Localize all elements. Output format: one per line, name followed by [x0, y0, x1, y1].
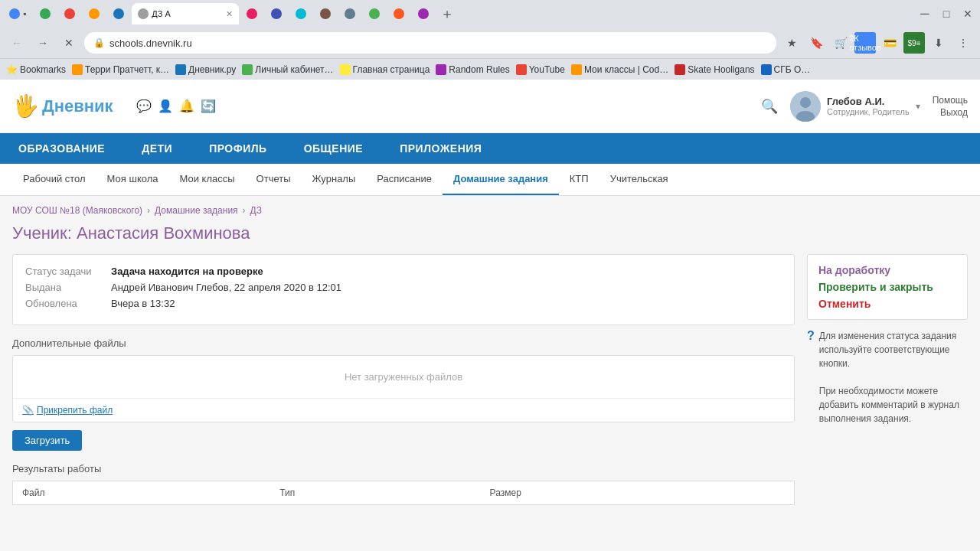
subnav-desktop[interactable]: Рабочий стол [12, 164, 96, 195]
address-text: schools.dnevnik.ru [109, 37, 767, 49]
subnav-schedule[interactable]: Расписание [366, 164, 443, 195]
breadcrumb-dz[interactable]: ДЗ [250, 205, 262, 216]
status-label: Статус задачи [25, 266, 102, 277]
attach-label: Прикрепить файл [37, 405, 113, 416]
person-icon[interactable]: 👤 [158, 99, 173, 113]
hint-text: Для изменения статуса задания используйт… [819, 329, 968, 425]
bell-icon[interactable]: 🔔 [179, 99, 194, 113]
breadcrumb-homework[interactable]: Домашние задания [155, 205, 238, 216]
bookmark-random[interactable]: Random Rules [436, 64, 509, 75]
bookmark-bookmarks[interactable]: ⭐ Bookmarks [6, 64, 66, 75]
lock-icon: 🔒 [93, 37, 105, 48]
nav-communication[interactable]: ОБЩЕНИЕ [286, 133, 382, 164]
star-button[interactable]: ★ [781, 32, 802, 54]
tab-7[interactable] [240, 3, 263, 24]
reload-button[interactable]: ✕ [58, 32, 80, 54]
browser-chrome: ▪ ДЗ А ✕ [0, 0, 980, 80]
minimize-button[interactable]: ─ [916, 5, 934, 23]
action-check-close[interactable]: Проверить и закрыть [818, 281, 956, 293]
nav-children[interactable]: ДЕТИ [123, 133, 191, 164]
subnav-reports[interactable]: Отчеты [246, 164, 302, 195]
forward-button[interactable]: → [32, 32, 54, 54]
hint-question-icon[interactable]: ? [807, 329, 815, 343]
bookmark-button[interactable]: 🔖 [805, 32, 827, 54]
tab-bar: ▪ ДЗ А ✕ [0, 0, 980, 28]
bookmark-dnevnik[interactable]: Дневник.ру [175, 64, 236, 75]
download-button[interactable]: ⬇ [928, 32, 949, 54]
tab-active[interactable]: ДЗ А ✕ [132, 3, 239, 24]
updated-value: Вчера в 13:32 [111, 298, 175, 309]
sub-nav: Рабочий стол Моя школа Мои классы Отчеты… [0, 164, 980, 196]
tab-10[interactable] [314, 3, 337, 24]
bookmark-sgb[interactable]: СГБ О… [761, 64, 811, 75]
help-link[interactable]: Помощь [933, 95, 968, 106]
tab-close-btn[interactable]: ✕ [226, 9, 233, 19]
bookmark-sgb-icon [761, 64, 772, 75]
subnav-homework[interactable]: Домашние задания [443, 164, 559, 195]
tab-11[interactable] [338, 3, 361, 24]
bookmark-skate[interactable]: Skate Hooligans [675, 64, 754, 75]
user-name: Глебов А.И. [827, 96, 910, 107]
files-section: Дополнительные файлы Нет загруженных фай… [12, 337, 795, 422]
extension-2[interactable]: 💳 [879, 32, 900, 54]
bookmark-cabinet[interactable]: Личный кабинет… [242, 64, 333, 75]
action-cancel[interactable]: Отменить [818, 298, 956, 310]
breadcrumb-school[interactable]: МОУ СОШ №18 (Маяковского) [12, 205, 142, 216]
close-window-button[interactable]: ✕ [959, 5, 977, 23]
back-button[interactable]: ← [6, 32, 28, 54]
logout-link[interactable]: Выход [940, 107, 968, 118]
tab-14[interactable] [412, 3, 435, 24]
svg-point-1 [800, 97, 811, 108]
nav-profile[interactable]: ПРОФИЛЬ [191, 133, 286, 164]
extension-3[interactable]: $9≡ [903, 32, 925, 54]
results-section-label: Результаты работы [12, 463, 795, 474]
tab-3[interactable] [58, 3, 81, 24]
tab-2[interactable] [34, 3, 57, 24]
new-tab-button[interactable]: ＋ [436, 3, 458, 24]
bookmark-terry[interactable]: Терри Пратчетт, к… [72, 64, 169, 75]
maximize-button[interactable]: □ [937, 5, 956, 23]
upload-button[interactable]: Загрузить [12, 430, 82, 451]
subnav-myschool[interactable]: Моя школа [96, 164, 169, 195]
tab-5[interactable] [107, 3, 130, 24]
bookmark-myclasses[interactable]: Мои классы | Cod… [571, 64, 668, 75]
address-bar-row: ← → ✕ 🔒 schools.dnevnik.ru ★ 🔖 🛒 2К отзы… [0, 28, 980, 58]
menu-button[interactable]: ⋮ [952, 32, 974, 54]
breadcrumb-sep-1: › [147, 205, 150, 216]
bookmark-youtube[interactable]: YouTube [516, 64, 565, 75]
subnav-ktp[interactable]: КТП [559, 164, 599, 195]
col-type: Тип [270, 481, 480, 505]
bookmark-cabinet-icon [242, 64, 253, 75]
logo-area: 🖐️ Дневник [12, 93, 113, 119]
breadcrumb-sep-2: › [243, 205, 246, 216]
nav-apps[interactable]: ПРИЛОЖЕНИЯ [381, 133, 500, 164]
attach-file-link[interactable]: 📎 Прикрепить файл [13, 398, 794, 422]
cart-icon[interactable]: 🛒 [830, 32, 851, 54]
action-rework[interactable]: На доработку [818, 264, 956, 276]
info-card: Статус задачи Задача находится на провер… [12, 254, 795, 325]
two-col-layout: Статус задачи Задача находится на провер… [12, 254, 968, 505]
subnav-journals[interactable]: Журналы [302, 164, 367, 195]
tab-9[interactable] [289, 3, 312, 24]
bookmark-youtube-icon [516, 64, 527, 75]
tab-8[interactable] [265, 3, 288, 24]
issued-value: Андрей Иванович Глебов, 22 апреля 2020 в… [111, 282, 341, 293]
page-title: Ученик: Анастасия Вохминова [12, 223, 968, 243]
subnav-teachers-room[interactable]: Учительская [599, 164, 679, 195]
bookmark-terry-icon [72, 64, 83, 75]
nav-education[interactable]: ОБРАЗОВАНИЕ [0, 133, 123, 164]
tab-4[interactable] [83, 3, 106, 24]
address-bar[interactable]: 🔒 schools.dnevnik.ru [84, 32, 776, 54]
search-icon[interactable]: 🔍 [761, 99, 778, 114]
chat-icon[interactable]: 💬 [136, 99, 152, 113]
tab-13[interactable] [387, 3, 410, 24]
tab-1[interactable]: ▪ [3, 3, 32, 24]
content-area: МОУ СОШ №18 (Маяковского) › Домашние зад… [0, 196, 980, 551]
subnav-myclasses[interactable]: Мои классы [169, 164, 246, 195]
tab-12[interactable] [363, 3, 386, 24]
user-info: Глебов А.И. Сотрудник, Родитель [827, 96, 910, 116]
user-chevron-icon[interactable]: ▾ [916, 101, 920, 112]
refresh-icon[interactable]: 🔄 [201, 99, 216, 113]
bookmark-home[interactable]: Главная страница [340, 64, 430, 75]
extension-1[interactable]: 2К отзывов [854, 32, 876, 54]
